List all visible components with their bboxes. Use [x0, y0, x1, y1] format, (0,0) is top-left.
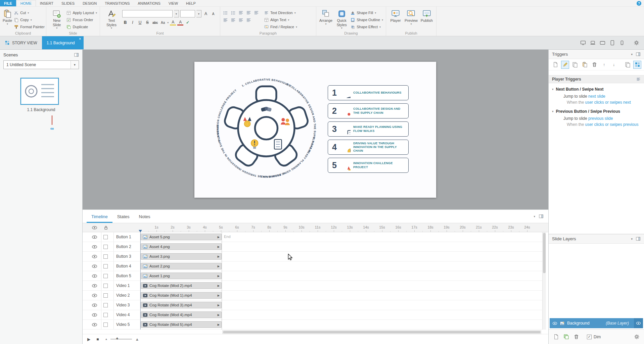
visibility-eye-icon[interactable] — [92, 264, 97, 268]
layer-name[interactable]: Button 1 — [116, 235, 131, 239]
visibility-eye-icon[interactable] — [92, 323, 97, 327]
menu-tab-animations[interactable]: ANIMATIONS — [134, 0, 165, 6]
copy-button[interactable]: Copy▾ — [14, 17, 45, 23]
chevron-right-icon[interactable]: ▶ — [218, 323, 220, 326]
chevron-down-icon[interactable]: ▾ — [552, 88, 554, 91]
change-case-button[interactable]: Aa — [160, 19, 166, 26]
legend-item-4[interactable]: 4 DRIVING VALUE THROUGH INNOVATION IN TH… — [328, 140, 409, 155]
trigger-action-link[interactable]: next slide — [588, 94, 605, 99]
timeline-vertical-scrollbar[interactable] — [542, 232, 546, 330]
align-left-icon[interactable] — [223, 18, 228, 23]
lock-checkbox[interactable] — [103, 293, 108, 298]
scene-selector[interactable]: 1 Untitled Scene ▼ — [3, 60, 79, 69]
chevron-right-icon[interactable]: ▶ — [218, 294, 220, 297]
laptop-preview-icon[interactable] — [590, 40, 596, 46]
timeline-row-10[interactable]: Video 5Cog Rotate (Mod 5).mp4▶ — [83, 320, 542, 330]
slide-thumbnail[interactable] — [20, 78, 59, 105]
find-replace-button[interactable]: Find / Replace▾ — [264, 24, 297, 30]
dim-checkbox[interactable]: ✓ Dim — [587, 335, 601, 339]
collapse-chevron-icon[interactable]: ▾ — [631, 237, 633, 241]
visibility-eye-icon[interactable] — [92, 313, 97, 317]
bullet-list-icon[interactable] — [223, 10, 228, 15]
visibility-eye-icon[interactable] — [92, 303, 97, 307]
player-button[interactable]: Player — [389, 8, 402, 31]
timeline-row-8[interactable]: Video 3Cog Rotate (Mod 3).mp4▶ — [83, 300, 542, 310]
checkbox-icon[interactable]: ✓ — [587, 335, 592, 339]
layer-name[interactable]: Button 3 — [116, 254, 131, 259]
italic-button[interactable]: I — [130, 19, 136, 26]
layer-name[interactable]: Video 5 — [116, 322, 130, 327]
new-layer-button[interactable] — [552, 333, 560, 341]
publish-button[interactable]: Publish — [420, 8, 433, 31]
visibility-eye-icon[interactable] — [92, 245, 97, 249]
visibility-eye-icon[interactable] — [92, 294, 97, 297]
tablet-landscape-preview-icon[interactable] — [600, 40, 605, 46]
spelling-check-icon[interactable]: ✓ — [185, 19, 191, 26]
shrink-font-button[interactable]: A — [210, 11, 216, 17]
legend-item-2[interactable]: 2 COLLABORATIVE DESIGN AND THE SUPPLY CH… — [328, 103, 409, 118]
legend-item-5[interactable]: 5 INNOVATION CHALLENGE PROJECT — [328, 158, 409, 173]
settings-gear-icon[interactable] — [634, 40, 639, 46]
slide-stage[interactable]: 1. COLLABORATIVE BEHAVIOURS 2. COLLABORA… — [194, 62, 436, 198]
tab-story-view[interactable]: STORY VIEW — [0, 36, 42, 49]
strikethrough-button[interactable]: S — [144, 19, 150, 26]
timeline-object-bar[interactable]: Asset 4.png▶ — [141, 243, 222, 250]
move-trigger-up-button[interactable]: ↑ — [600, 61, 608, 69]
lock-checkbox[interactable] — [103, 245, 108, 249]
timeline-row-3[interactable]: Button 3Asset 3.png▶ — [83, 252, 542, 261]
copy-trigger-button[interactable] — [571, 61, 579, 69]
font-name-input[interactable] — [122, 10, 173, 17]
timeline-menu-chevron-icon[interactable]: ▾ — [534, 215, 535, 218]
layer-name[interactable]: Button 5 — [116, 274, 131, 278]
tablet-portrait-preview-icon[interactable] — [609, 40, 615, 46]
font-color-button[interactable]: A — [177, 19, 183, 26]
font-name-dropdown-arrow[interactable]: ▼ — [174, 10, 179, 17]
phone-preview-icon[interactable] — [619, 40, 625, 46]
trigger-group-header[interactable]: ▾ Next Button / Swipe Next — [552, 87, 641, 92]
legend-item-3[interactable]: 3 MAKE READY PLANNING USING FLOW WALKS — [328, 121, 409, 137]
close-tab-icon[interactable]: × — [79, 37, 81, 41]
visibility-column-eye-icon[interactable] — [92, 226, 97, 230]
preview-button[interactable]: Preview ▾ — [404, 8, 418, 31]
apply-layout-button[interactable]: Apply Layout▾ — [66, 10, 97, 16]
play-button[interactable]: ▶ — [87, 337, 90, 342]
layer-name[interactable]: Video 4 — [116, 312, 130, 317]
duplicate-layer-button[interactable] — [562, 333, 570, 341]
timeline-object-bar[interactable]: Cog Rotate (Mod 1).mp4▶ — [141, 292, 222, 299]
focus-order-button[interactable]: Focus Order — [66, 17, 97, 23]
numbered-list-icon[interactable] — [231, 10, 236, 15]
lock-checkbox[interactable] — [103, 323, 108, 327]
timeline-ruler[interactable]: 1s2s3s4s5s6s7s8s9s10s11s12s13s14s15s16s1… — [83, 223, 548, 232]
timeline-tab-notes[interactable]: Notes — [134, 211, 155, 223]
duplicate-button[interactable]: Duplicate — [66, 24, 97, 30]
lock-checkbox[interactable] — [103, 254, 108, 259]
menu-tab-slides[interactable]: SLIDES — [57, 0, 79, 6]
timeline-object-bar[interactable]: Cog Rotate (Mod 5).mp4▶ — [141, 321, 222, 328]
timeline-object-bar[interactable]: Cog Rotate (Mod 2).mp4▶ — [141, 282, 222, 289]
scrollbar-thumb[interactable] — [543, 233, 546, 273]
trigger-when-link[interactable]: user clicks or swipes next — [585, 100, 631, 105]
stop-button[interactable]: ■ — [96, 337, 99, 342]
playhead-marker[interactable] — [139, 230, 142, 232]
paste-trigger-button[interactable] — [581, 61, 589, 69]
layer-visibility-toggle[interactable] — [634, 318, 643, 328]
edit-trigger-button[interactable] — [561, 61, 569, 69]
trigger-condition[interactable]: When the user clicks or swipes next — [552, 100, 641, 105]
chevron-down-icon[interactable]: ▾ — [552, 110, 554, 113]
quick-styles-button[interactable]: Quick Styles ▾ — [335, 8, 349, 31]
trigger-action-link[interactable]: previous slide — [588, 116, 613, 121]
chevron-right-icon[interactable]: ▶ — [218, 304, 220, 307]
timeline-tab-states[interactable]: States — [112, 211, 134, 223]
layer-name[interactable]: Button 2 — [116, 244, 131, 249]
panel-dock-icon[interactable] — [636, 236, 641, 241]
arrange-button[interactable]: Arrange ▾ — [319, 8, 333, 31]
timeline-row-1[interactable]: Button 1Asset 5.png▶ — [83, 232, 542, 242]
align-center-icon[interactable] — [231, 18, 236, 23]
line-spacing-icon[interactable] — [254, 10, 259, 15]
timeline-row-9[interactable]: Video 4Cog Rotate (Mod 4).mp4▶ — [83, 310, 542, 320]
menu-tab-help[interactable]: HELP — [182, 0, 200, 6]
visibility-eye-icon[interactable] — [92, 284, 97, 288]
timeline-horizontal-scrollbar[interactable] — [222, 330, 541, 334]
increase-indent-icon[interactable] — [246, 10, 251, 15]
text-direction-button[interactable]: Text Direction▾ — [264, 10, 297, 16]
